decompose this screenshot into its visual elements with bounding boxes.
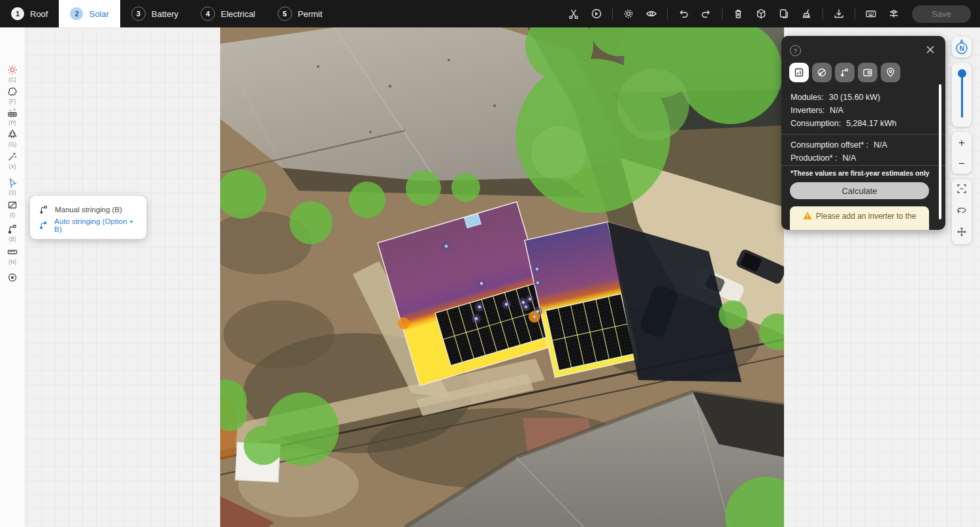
stat-consumption-offset: Consumption offset* : N/A — [781, 139, 945, 152]
cut-icon[interactable] — [566, 7, 581, 21]
shading-icon — [817, 67, 827, 78]
toolbar-divider — [855, 8, 855, 20]
zoom-in-button[interactable]: + — [958, 137, 965, 148]
tab-permit[interactable]: 5 Permit — [267, 0, 334, 27]
stat-value: N/A — [874, 139, 887, 152]
shortcut-label: (F) — [9, 98, 16, 104]
cursor-icon — [7, 177, 18, 189]
stat-inverters: Inverters: N/A — [781, 104, 945, 117]
tilt-slider[interactable] — [952, 63, 972, 127]
satellite-map — [220, 27, 784, 527]
fit-view-button[interactable] — [956, 184, 967, 197]
shortcut-label: (G) — [8, 141, 16, 148]
cleanup-icon[interactable] — [800, 7, 814, 21]
menu-item-auto-stringing[interactable]: Auto stringing (Option + B) — [30, 217, 146, 233]
distribute-icon[interactable] — [887, 7, 901, 21]
panel-tabs — [789, 63, 900, 82]
tilt-slider-card — [952, 63, 972, 127]
shortcut-label: (I) — [10, 212, 15, 218]
tool-tree[interactable]: (G) — [0, 129, 25, 148]
tab-solar[interactable]: 2 Solar — [59, 0, 120, 27]
tab-roof-label: Roof — [30, 9, 48, 19]
tree-icon — [7, 129, 18, 140]
tab-battery[interactable]: 3 Battery — [120, 0, 189, 27]
shortcut-label: (S) — [8, 189, 16, 196]
shortcut-label: (X) — [8, 163, 16, 170]
tool-stringing[interactable]: (B) — [0, 223, 25, 242]
tab-solar-number: 2 — [70, 7, 83, 20]
settings-icon[interactable] — [621, 7, 636, 21]
panel-icon — [7, 107, 18, 119]
download-icon[interactable] — [832, 7, 846, 21]
help-icon[interactable]: ? — [790, 45, 801, 56]
slider-knob[interactable] — [958, 69, 966, 78]
tool-panel[interactable]: (P) — [0, 107, 25, 126]
save-button[interactable]: Save — [912, 5, 971, 23]
auto-stringing-icon — [39, 220, 48, 231]
tab-electrical-label: Electrical — [221, 9, 255, 19]
toolbar: Save — [566, 0, 980, 27]
visibility-icon[interactable] — [644, 7, 659, 21]
3d-view-icon[interactable] — [754, 7, 768, 21]
delete-icon[interactable] — [731, 7, 745, 21]
stringing-icon — [39, 204, 49, 215]
tool-select[interactable]: (S) — [0, 177, 25, 196]
tab-electrical-number: 4 — [201, 7, 215, 21]
freeform-icon — [7, 86, 18, 97]
panel-tab-site[interactable] — [881, 63, 900, 82]
design-canvas[interactable] — [220, 27, 784, 527]
obstruction-icon — [7, 199, 18, 211]
magic-wand-icon — [7, 151, 18, 163]
pan-button[interactable] — [956, 227, 967, 240]
keyboard-shortcuts-icon[interactable] — [864, 7, 878, 21]
orbit-button[interactable] — [956, 205, 967, 218]
panel-tab-summary[interactable] — [789, 63, 809, 82]
tool-obstruction[interactable]: (I) — [0, 199, 25, 218]
shortcut-label: (N) — [8, 259, 16, 265]
duplicate-icon[interactable] — [777, 7, 791, 21]
locate-icon[interactable] — [589, 7, 604, 21]
undo-icon[interactable] — [676, 7, 691, 21]
toolbar-divider — [722, 8, 723, 20]
sun-icon — [7, 64, 18, 76]
close-icon[interactable] — [924, 44, 936, 56]
stat-label: Consumption: — [791, 118, 841, 130]
shortcut-label: (C) — [8, 76, 16, 83]
stat-value: 30 (15.60 kW) — [829, 91, 881, 104]
zoom-out-button[interactable]: − — [958, 158, 965, 169]
tab-battery-number: 3 — [131, 7, 146, 21]
slider-track — [961, 73, 963, 118]
tab-battery-label: Battery — [152, 9, 178, 19]
calculate-button[interactable]: Calculate — [790, 182, 929, 199]
tool-magic-wand[interactable]: (X) — [0, 151, 25, 170]
panel-tab-shading[interactable] — [812, 63, 832, 82]
stat-value: 5,284.17 kWh — [846, 118, 896, 130]
summary-panel: ? Modules: 30 (15.60 kW) Inverters: N/A … — [781, 36, 945, 230]
tab-permit-number: 5 — [278, 7, 292, 21]
pan-icon — [956, 227, 967, 237]
tab-roof[interactable]: 1 Roof — [0, 0, 59, 27]
panel-tab-billing[interactable] — [858, 63, 877, 82]
stat-label: Production* : — [791, 152, 838, 165]
panel-tab-stringing[interactable] — [835, 63, 855, 82]
stringing-icon — [840, 67, 850, 78]
pin-icon — [7, 272, 18, 283]
tool-sidebar: (C) (F) (P) (G) (X) (S) (I) (B) (N) — [0, 27, 25, 527]
stat-production: Production* : N/A — [781, 152, 945, 165]
shortcut-label: (P) — [8, 120, 16, 126]
panel-scrollbar[interactable] — [939, 84, 941, 219]
menu-item-manual-stringing[interactable]: Manual stringing (B) — [30, 202, 146, 217]
tab-electrical[interactable]: 4 Electrical — [189, 0, 267, 27]
tool-pin[interactable] — [0, 272, 25, 283]
stat-modules: Modules: 30 (15.60 kW) — [781, 91, 945, 104]
tab-roof-number: 1 — [11, 7, 24, 20]
redo-icon[interactable] — [699, 7, 713, 21]
tool-irradiance[interactable]: (C) — [0, 64, 25, 83]
tool-ruler[interactable]: (N) — [0, 246, 25, 265]
stat-label: Inverters: — [791, 104, 825, 117]
view-tools-card — [952, 179, 972, 244]
toolbar-divider — [612, 8, 613, 20]
tool-freeform[interactable]: (F) — [0, 86, 25, 104]
estimates-footnote: *These values are first-year estimates o… — [791, 169, 929, 177]
compass-control[interactable]: N — [952, 37, 972, 57]
